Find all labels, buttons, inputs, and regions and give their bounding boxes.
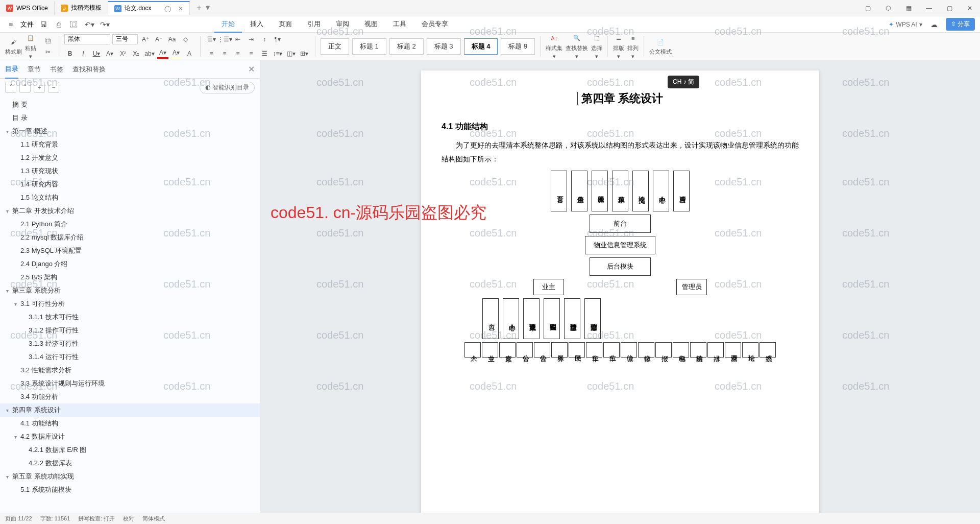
strike-icon[interactable]: A▾ xyxy=(104,49,115,59)
toc-item[interactable]: 2.3 MySQL 环境配置 xyxy=(0,244,260,257)
toc-item[interactable]: ▾第一章 概述 xyxy=(0,125,260,138)
toc-item[interactable]: ▾4.2 数据库设计 xyxy=(0,430,260,443)
shading-icon[interactable]: ◫▾ xyxy=(285,49,297,59)
style-set-button[interactable]: A↕样式集▾ xyxy=(546,33,562,60)
toc-item[interactable]: ▾第五章 系统功能实现 xyxy=(0,470,260,483)
menu-tab-insert[interactable]: 插入 xyxy=(243,16,271,33)
redo-icon[interactable]: ↷▾ xyxy=(99,19,110,30)
sort-icon[interactable]: ↕ xyxy=(259,34,270,44)
menu-tab-member[interactable]: 会员专享 xyxy=(414,16,455,33)
toc-item[interactable]: ▾第四章 系统设计 xyxy=(0,403,260,417)
align-center-icon[interactable]: ≡ xyxy=(219,49,230,59)
close-button[interactable]: ✕ xyxy=(960,0,980,16)
add-tab-button[interactable]: ＋ ▾ xyxy=(190,3,214,13)
bold-icon[interactable]: B xyxy=(64,49,76,59)
share-button[interactable]: ⇧ 分享 xyxy=(946,18,975,31)
tab-doc[interactable]: W论文.docx◯✕ xyxy=(108,1,190,15)
tab-wps[interactable]: WWPS Office xyxy=(0,1,55,15)
maximize-button[interactable]: ▢ xyxy=(939,0,960,16)
toc-item[interactable]: 3.2 性能需求分析 xyxy=(0,364,260,377)
bullets-icon[interactable]: ☰▾ xyxy=(206,34,217,44)
outdent-icon[interactable]: ⇤ xyxy=(232,34,243,44)
undo-icon[interactable]: ↶▾ xyxy=(84,19,95,30)
toc-item[interactable]: 3.1.1 技术可行性 xyxy=(0,311,260,324)
remove-button[interactable]: － xyxy=(48,82,59,93)
toc-item[interactable]: 3.4 功能分析 xyxy=(0,390,260,403)
toc-item[interactable]: 3.1.4 运行可行性 xyxy=(0,350,260,364)
menu-tab-start[interactable]: 开始 xyxy=(214,16,242,33)
toc-item[interactable]: 3.3 系统设计规则与运行环境 xyxy=(0,377,260,390)
expand-all-button[interactable]: ˅ xyxy=(5,82,16,93)
tab-template[interactable]: D找稻壳模板 xyxy=(55,1,108,15)
toc-item[interactable]: 1.3 研究现状 xyxy=(0,164,260,178)
menu-tab-review[interactable]: 审阅 xyxy=(329,16,356,33)
sb-tab-find[interactable]: 查找和替换 xyxy=(72,61,106,78)
toc-item[interactable]: 3.1.3 经济可行性 xyxy=(0,337,260,350)
save-icon[interactable]: 🖫 xyxy=(38,19,49,30)
toc-item[interactable]: 1.5 论文结构 xyxy=(0,191,260,204)
tab-options-icon[interactable]: ◯ xyxy=(164,5,171,12)
toc-item[interactable]: 4.1 功能结构 xyxy=(0,417,260,430)
grow-font-icon[interactable]: A⁺ xyxy=(140,34,151,44)
toc-item[interactable]: ▾第二章 开发技术介绍 xyxy=(0,204,260,218)
sb-tab-chapter[interactable]: 章节 xyxy=(28,61,41,78)
win-btn-3[interactable]: ▦ xyxy=(898,0,919,16)
distribute-icon[interactable]: ☰ xyxy=(259,49,270,59)
toc-item[interactable]: 2.4 Django 介绍 xyxy=(0,257,260,271)
select-button[interactable]: ⬚选择▾ xyxy=(591,33,602,60)
style-body[interactable]: 正文 xyxy=(321,38,349,55)
toc-item[interactable]: 2.5 B/S 架构 xyxy=(0,271,260,284)
style-h2[interactable]: 标题 2 xyxy=(389,38,424,55)
cloud-icon[interactable]: ☁ xyxy=(928,19,940,30)
size-select[interactable] xyxy=(112,34,138,44)
toc-item[interactable]: 摘 要 xyxy=(0,98,260,111)
toc-item[interactable]: ▾第三章 系统分析 xyxy=(0,284,260,297)
layout-button[interactable]: ☰排版▾ xyxy=(613,33,624,60)
clear-icon[interactable]: ◇ xyxy=(180,34,191,44)
align-left-icon[interactable]: ≡ xyxy=(206,49,217,59)
bg-color-icon[interactable]: A▾ xyxy=(170,49,182,59)
line-spacing-icon[interactable]: ↕≡▾ xyxy=(272,49,283,59)
case-icon[interactable]: Aa xyxy=(166,34,178,44)
style-h9[interactable]: 标题 9 xyxy=(501,38,535,55)
style-h3[interactable]: 标题 3 xyxy=(427,38,461,55)
doc-mode-button[interactable]: 📄公文模式 xyxy=(649,37,672,56)
underline-icon[interactable]: U▾ xyxy=(91,49,102,59)
menu-tab-tools[interactable]: 工具 xyxy=(386,16,413,33)
toc-item[interactable]: 4.2.1 数据库 E/R 图 xyxy=(0,443,260,457)
paste-button[interactable]: 📋粘贴▾ xyxy=(25,33,36,60)
align-justify-icon[interactable]: ≡ xyxy=(246,49,257,59)
preview-icon[interactable]: ⿴ xyxy=(68,19,80,30)
toc-item[interactable]: 1.1 研究背景 xyxy=(0,138,260,151)
win-btn-1[interactable]: ▢ xyxy=(857,0,878,16)
sb-tab-bookmark[interactable]: 书签 xyxy=(50,61,63,78)
italic-icon[interactable]: I xyxy=(78,49,89,59)
wps-ai[interactable]: ✦WPS AI ▾ xyxy=(889,21,922,28)
collapse-all-button[interactable]: ˄ xyxy=(19,82,31,93)
style-h1[interactable]: 标题 1 xyxy=(352,38,386,55)
toc-item[interactable]: 目 录 xyxy=(0,111,260,125)
menu-tab-page[interactable]: 页面 xyxy=(272,16,299,33)
sub-icon[interactable]: X₂ xyxy=(131,49,142,59)
minimize-button[interactable]: — xyxy=(919,0,939,16)
find-replace-button[interactable]: 🔍查找替换▾ xyxy=(566,33,588,60)
file-menu[interactable]: 文件 xyxy=(20,20,34,29)
cut-icon[interactable]: ✂ xyxy=(42,47,54,57)
paragraph-icon[interactable]: ¶▾ xyxy=(272,34,283,44)
toc-item[interactable]: 2.1 Python 简介 xyxy=(0,218,260,231)
font-select[interactable] xyxy=(64,34,110,44)
indent-icon[interactable]: ⇥ xyxy=(246,34,257,44)
toc-item[interactable]: 1.4 研究内容 xyxy=(0,178,260,191)
add-button[interactable]: ＋ xyxy=(34,82,45,93)
doc-area[interactable]: 第四章 系统设计 4.1 功能结构 为了更好的去理清本系统整体思路，对该系统以结… xyxy=(260,60,980,524)
menu-icon[interactable]: ≡ xyxy=(5,19,16,30)
align-right-icon[interactable]: ≡ xyxy=(232,49,243,59)
format-painter-button[interactable]: 🖌格式刷 xyxy=(5,37,22,56)
auto-toc-button[interactable]: ◐ 智能识别目录 xyxy=(200,82,255,93)
toc-item[interactable]: 4.2.2 数据库表 xyxy=(0,457,260,470)
font-color-icon[interactable]: A▾ xyxy=(157,49,168,59)
sb-tab-toc[interactable]: 目录 xyxy=(5,60,18,79)
menu-tab-reference[interactable]: 引用 xyxy=(300,16,328,33)
toc-item[interactable]: 1.2 开发意义 xyxy=(0,151,260,164)
style-h4[interactable]: 标题 4 xyxy=(464,38,498,55)
